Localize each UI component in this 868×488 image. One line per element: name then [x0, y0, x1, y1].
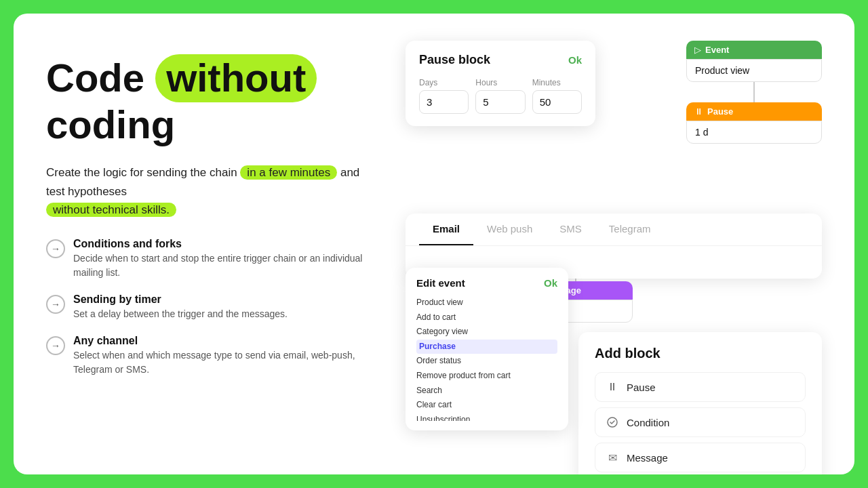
minutes-input[interactable] [532, 90, 582, 114]
minutes-label: Minutes [532, 78, 582, 87]
hours-label: Hours [475, 78, 525, 87]
subtitle-highlight-1: in a few minutes [240, 165, 337, 180]
edit-event-title: Edit event [416, 277, 465, 289]
pause-node-label: Pause [707, 106, 733, 117]
minutes-input-group: Minutes [532, 78, 582, 114]
play-icon: ▷ [694, 45, 701, 55]
connector-event-pause [753, 82, 755, 102]
pause-node-box: ⏸ Pause [686, 102, 822, 121]
add-block-message-label: Message [627, 452, 668, 464]
event-list-item[interactable]: Product view [416, 296, 557, 310]
add-block-pause[interactable]: ⏸ Pause [595, 372, 806, 402]
event-list-item[interactable]: Add to cart [416, 310, 557, 325]
tab-webpush[interactable]: Web push [473, 214, 546, 245]
feature-item-conditions: → Conditions and forks Decide when to st… [46, 238, 372, 280]
days-input-group: Days [419, 78, 469, 114]
pause-block-card: Pause block Ok Days Hours Minutes [406, 41, 595, 126]
feature-desc-conditions: Decide when to start and stop the entire… [73, 251, 372, 280]
tab-sms[interactable]: SMS [546, 214, 595, 245]
event-label: Event [705, 45, 729, 55]
event-list-item[interactable]: Remove product from cart [416, 369, 557, 384]
left-column: Code without coding Create the logic for… [46, 41, 372, 447]
main-card: Code without coding Create the logic for… [14, 14, 854, 474]
days-input[interactable] [419, 90, 469, 114]
feature-desc-channel: Select when and which message type to se… [73, 348, 372, 377]
arrow-right-icon-2: → [46, 295, 65, 314]
hours-input-group: Hours [475, 78, 525, 114]
tabs-row: Email Web push SMS Telegram [406, 214, 822, 246]
add-block-panel: Add block ⏸ Pause Condition ✉ Message [578, 332, 822, 474]
feature-item-timer: → Sending by timer Set a delay between t… [46, 293, 372, 321]
tab-email[interactable]: Email [419, 214, 473, 245]
add-block-condition[interactable]: Condition [595, 407, 806, 437]
hero-title: Code without coding [46, 54, 372, 147]
event-list-item[interactable]: Search [416, 384, 557, 399]
hours-input[interactable] [475, 90, 525, 114]
event-list-item[interactable]: Purchase [416, 340, 557, 354]
pause-content: 1 d [686, 121, 822, 144]
days-label: Days [419, 78, 469, 87]
edit-event-ok-button[interactable]: Ok [544, 277, 557, 289]
event-box: ▷ Event [686, 41, 822, 59]
event-content: Product view [686, 59, 822, 82]
condition-block-icon [605, 415, 620, 430]
tab-telegram[interactable]: Telegram [595, 214, 665, 245]
hero-highlight: without [155, 54, 317, 102]
feature-title-channel: Any channel [73, 335, 372, 347]
event-list-item[interactable]: Clear cart [416, 398, 557, 413]
pause-icon: ⏸ [694, 106, 703, 117]
right-column: Pause block Ok Days Hours Minutes [399, 41, 822, 447]
pause-block-title: Pause block [419, 53, 490, 67]
message-block-icon: ✉ [605, 450, 620, 465]
edit-event-card: Edit event Ok Product viewAdd to cartCat… [406, 268, 568, 430]
feature-desc-timer: Set a delay between the trigger and the … [73, 307, 288, 321]
add-block-pause-label: Pause [627, 382, 656, 393]
arrow-right-icon: → [46, 239, 65, 258]
time-inputs: Days Hours Minutes [419, 78, 582, 114]
event-list-item[interactable]: Order status [416, 354, 557, 369]
pause-block-icon: ⏸ [605, 380, 620, 394]
add-block-title: Add block [595, 346, 806, 361]
event-list-scroll[interactable]: Product viewAdd to cartCategory viewPurc… [416, 296, 557, 421]
event-list-item[interactable]: Category view [416, 325, 557, 340]
subtitle-highlight-2: without technical skills. [46, 203, 176, 217]
feature-item-channel: → Any channel Select when and which mess… [46, 335, 372, 377]
add-block-message[interactable]: ✉ Message [595, 443, 806, 472]
edit-event-header: Edit event Ok [416, 277, 557, 289]
arrow-right-icon-3: → [46, 336, 65, 355]
event-list-item[interactable]: Unsubscription [416, 413, 557, 421]
feature-title-timer: Sending by timer [73, 293, 288, 306]
event-node: ▷ Event Product view ⏸ Pause 1 d [686, 41, 822, 144]
features-list: → Conditions and forks Decide when to st… [46, 238, 372, 377]
hero-subtitle: Create the logic for sending the chain i… [46, 163, 372, 219]
pause-ok-button[interactable]: Ok [568, 54, 582, 66]
add-block-condition-label: Condition [627, 417, 669, 428]
event-list: Product viewAdd to cartCategory viewPurc… [416, 296, 557, 421]
feature-title-conditions: Conditions and forks [73, 238, 372, 250]
pause-block-header: Pause block Ok [419, 53, 582, 67]
